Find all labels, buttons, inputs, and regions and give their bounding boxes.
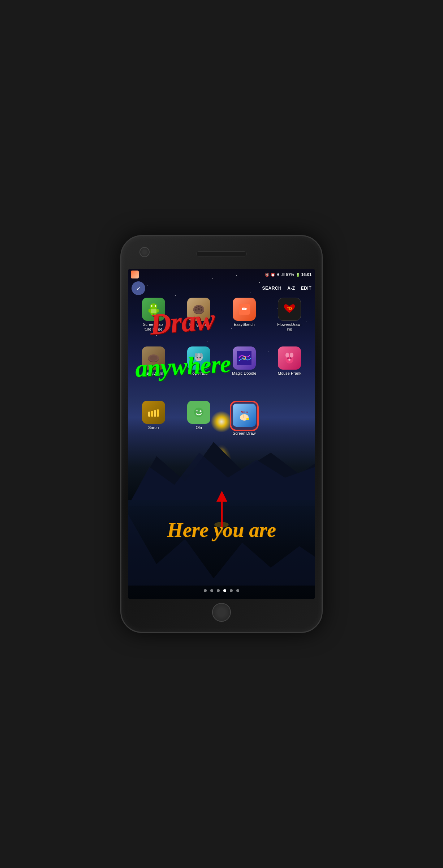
app-saron[interactable]: Saron <box>136 401 172 436</box>
svg-text:Draw: Draw <box>241 410 248 414</box>
az-sort-button[interactable]: A-Z <box>287 286 295 291</box>
mouse-prank-icon <box>278 346 301 370</box>
svg-rect-46 <box>157 409 159 417</box>
screen-background: 🔇 ⏰ H .lll 57% 🔋 16:01 ✓ SEARCH A-Z EDIT <box>128 269 315 599</box>
app-row-3: Saron <box>128 401 315 436</box>
chevron-down-icon: ✓ <box>136 285 141 292</box>
magic-doodle-label: Magic Doodle <box>232 371 256 376</box>
flowers-drawing-icon: TD <box>278 298 301 321</box>
svg-rect-43 <box>148 412 150 417</box>
easy-sketch-label: EasySketch <box>234 322 255 327</box>
flowers-drawing-label: FlowersDraw-ing <box>277 322 302 332</box>
dot-5[interactable] <box>230 589 233 592</box>
app-mouse-prank[interactable]: Mouse Prank <box>271 346 307 376</box>
home-button[interactable] <box>212 603 231 622</box>
mute-icon: 🔇 <box>265 273 269 277</box>
screen-draw-icon: Draw <box>233 404 256 427</box>
svg-point-38 <box>285 353 289 358</box>
svg-rect-54 <box>243 414 244 418</box>
svg-rect-55 <box>246 418 249 420</box>
edit-button[interactable]: EDIT <box>301 286 311 291</box>
svg-point-12 <box>155 305 156 307</box>
phone-device: 🔇 ⏰ H .lll 57% 🔋 16:01 ✓ SEARCH A-Z EDIT <box>120 235 323 633</box>
drawer-header: ✓ SEARCH A-Z EDIT <box>128 280 315 296</box>
mouse-prank-label: Mouse Prank <box>278 371 301 376</box>
battery-percent: 57% <box>286 272 294 277</box>
svg-text:TD: TD <box>287 307 292 311</box>
svg-point-11 <box>151 305 152 307</box>
app-easy-sketch[interactable]: ✏ EasySketch <box>226 298 262 332</box>
svg-rect-44 <box>151 411 153 417</box>
svg-point-40 <box>287 357 289 359</box>
app-screen-draw[interactable]: Draw Screen Draw <box>226 401 262 436</box>
alarm-icon: ⏰ <box>271 273 275 277</box>
top-app-icon <box>131 271 139 278</box>
screen-draw-label: Screen Draw <box>233 431 256 436</box>
saron-label: Saron <box>148 425 159 430</box>
phone-screen: 🔇 ⏰ H .lll 57% 🔋 16:01 ✓ SEARCH A-Z EDIT <box>128 269 315 599</box>
ola-icon <box>187 401 210 424</box>
app-ola[interactable]: Ola <box>181 401 217 436</box>
svg-marker-57 <box>216 491 227 502</box>
svg-text:✏: ✏ <box>241 306 247 313</box>
magic-doodle-icon <box>233 346 256 370</box>
clock: 16:01 <box>301 272 311 277</box>
screen-draw-highlight-box: Draw <box>230 401 259 431</box>
app-flowers-drawing[interactable]: TD FlowersDraw-ing <box>271 298 307 332</box>
dot-4-active[interactable] <box>223 589 226 592</box>
camera <box>139 247 150 257</box>
app-magic-doodle[interactable]: Magic Doodle <box>226 346 262 376</box>
saron-icon <box>142 401 165 424</box>
svg-point-42 <box>288 359 291 361</box>
easy-sketch-icon: ✏ <box>233 298 256 321</box>
dot-1[interactable] <box>204 589 207 592</box>
svg-point-48 <box>194 408 203 417</box>
svg-rect-45 <box>154 410 156 417</box>
svg-point-50 <box>200 410 202 412</box>
speaker <box>196 251 247 256</box>
battery-icon: 🔋 <box>296 273 300 277</box>
status-bar: 🔇 ⏰ H .lll 57% 🔋 16:01 <box>128 269 315 280</box>
search-button[interactable]: SEARCH <box>262 286 281 291</box>
svg-point-41 <box>290 357 292 359</box>
status-left-icons <box>131 271 139 278</box>
here-you-are-text: Here you are <box>139 518 304 541</box>
ola-label: Ola <box>196 425 202 430</box>
signal-bars: .lll <box>281 273 285 277</box>
status-right-area: 🔇 ⏰ H .lll 57% 🔋 16:01 <box>265 272 311 277</box>
app-empty <box>271 401 307 436</box>
page-dots <box>128 589 315 592</box>
h-icon: H <box>276 273 279 277</box>
back-button[interactable]: ✓ <box>132 281 145 295</box>
empty-slot <box>278 401 301 424</box>
dot-2[interactable] <box>210 589 213 592</box>
svg-point-39 <box>290 353 293 358</box>
anywhere-annotation: anywhere <box>134 349 231 383</box>
dot-6[interactable] <box>236 589 239 592</box>
draw-annotation: Draw <box>148 302 215 341</box>
dot-3[interactable] <box>217 589 220 592</box>
